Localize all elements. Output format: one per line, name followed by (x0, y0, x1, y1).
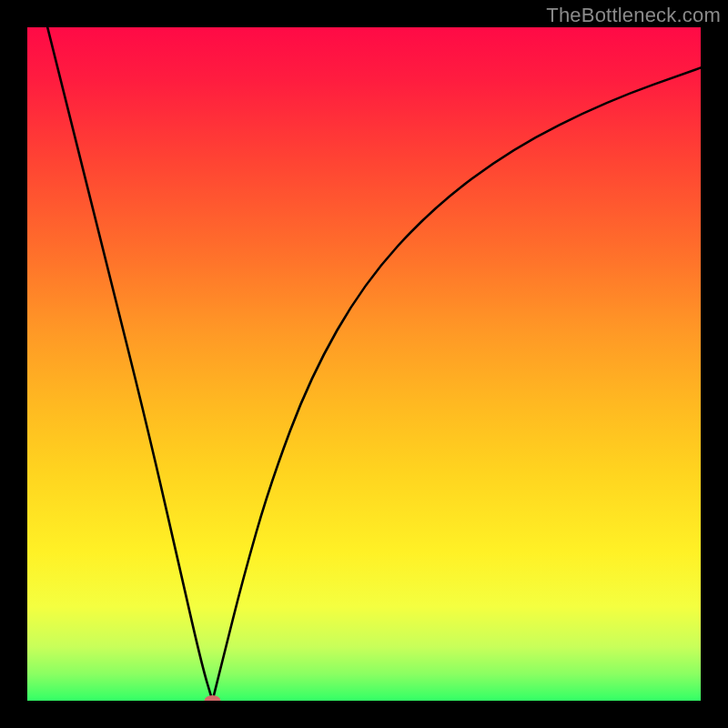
chart-frame: TheBottleneck.com (0, 0, 728, 728)
watermark-text: TheBottleneck.com (546, 4, 721, 27)
plot-area (27, 27, 701, 701)
minimum-marker (205, 695, 221, 701)
bottleneck-curve (27, 27, 701, 701)
curve-layer (27, 27, 701, 701)
